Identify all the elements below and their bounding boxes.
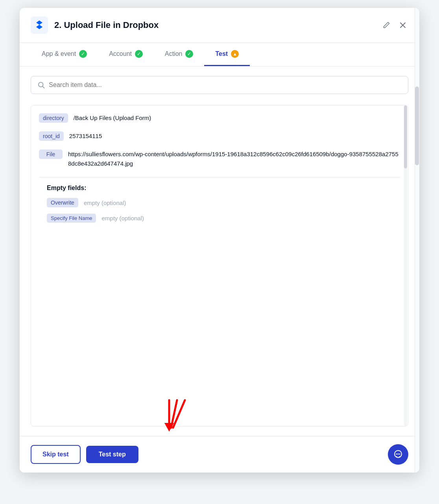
close-button[interactable] — [397, 20, 408, 31]
search-icon — [37, 81, 45, 89]
chat-fab-button[interactable] — [388, 444, 408, 465]
value-specify-filename: empty (optional) — [101, 215, 144, 222]
label-rootid: root_id — [39, 131, 64, 141]
empty-row-overwrite: Overwrite empty (optional) — [39, 198, 400, 207]
label-file: File — [39, 150, 63, 159]
data-rows: directory /Back Up Files (Upload Form) r… — [31, 105, 408, 233]
tab-account-label: Account — [109, 50, 132, 57]
outer-scrollbar — [415, 8, 419, 473]
modal-footer: Skip test Test step — [20, 436, 419, 473]
tab-account[interactable]: Account ✓ — [98, 43, 154, 66]
value-file: https://sulliesflowers.com/wp-content/up… — [68, 150, 400, 168]
tab-action[interactable]: Action ✓ — [154, 43, 204, 66]
empty-fields-title: Empty fields: — [39, 185, 400, 192]
tab-action-check: ✓ — [185, 50, 193, 58]
tab-test-warn: ▲ — [231, 50, 239, 58]
label-specify-filename: Specify File Name — [47, 214, 96, 223]
svg-point-1 — [39, 82, 43, 87]
outer-scrollbar-thumb[interactable] — [415, 87, 419, 165]
inner-scrollbar-thumb[interactable] — [404, 105, 407, 168]
label-overwrite: Overwrite — [47, 198, 78, 207]
value-directory: /Back Up Files (Upload Form) — [74, 113, 151, 123]
modal-container: 2. Upload File in Dropbox App & event ✓ … — [20, 8, 419, 473]
empty-row-specify-filename: Specify File Name empty (optional) — [39, 214, 400, 223]
tab-app-event[interactable]: App & event ✓ — [31, 43, 98, 66]
modal-header: 2. Upload File in Dropbox — [20, 8, 419, 43]
skip-test-button[interactable]: Skip test — [31, 445, 81, 464]
scrollable-content: directory /Back Up Files (Upload Form) r… — [31, 105, 408, 426]
tab-app-event-check: ✓ — [79, 50, 87, 58]
data-row-directory: directory /Back Up Files (Upload Form) — [39, 113, 400, 123]
value-overwrite: empty (optional) — [84, 199, 126, 206]
inner-scrollbar-track — [404, 105, 407, 426]
tab-test[interactable]: Test ▲ — [204, 43, 250, 66]
value-rootid: 2573154115 — [69, 131, 102, 141]
svg-point-7 — [396, 454, 397, 455]
modal-body: directory /Back Up Files (Upload Form) r… — [20, 66, 419, 436]
search-box — [31, 76, 408, 94]
dropbox-logo — [31, 17, 48, 34]
modal-title: 2. Upload File in Dropbox — [54, 20, 374, 30]
svg-point-9 — [399, 454, 400, 455]
tab-account-check: ✓ — [135, 50, 143, 58]
tab-app-event-label: App & event — [42, 50, 76, 57]
search-input[interactable] — [49, 81, 402, 89]
tab-action-label: Action — [165, 50, 182, 57]
section-divider — [39, 177, 400, 177]
label-directory: directory — [39, 113, 68, 123]
tabs-container: App & event ✓ Account ✓ Action ✓ Test ▲ — [20, 43, 419, 66]
data-row-rootid: root_id 2573154115 — [39, 131, 400, 141]
header-icons — [381, 20, 408, 31]
tab-test-label: Test — [215, 50, 228, 57]
edit-button[interactable] — [381, 20, 392, 31]
svg-point-8 — [398, 454, 399, 455]
test-step-button[interactable]: Test step — [86, 446, 138, 463]
data-row-file: File https://sulliesflowers.com/wp-conte… — [39, 150, 400, 168]
